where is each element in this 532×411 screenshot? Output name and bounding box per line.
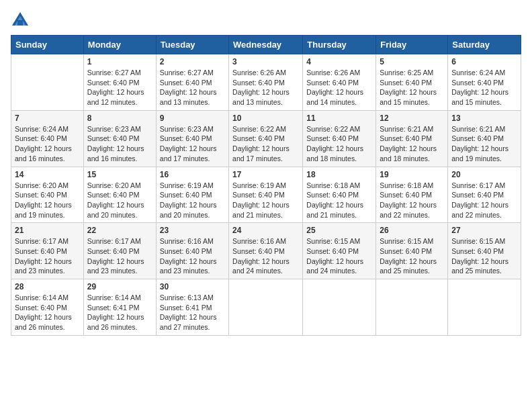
day-info: Sunrise: 6:20 AM Sunset: 6:40 PM Dayligh… [87,181,152,220]
calendar-cell: 26Sunrise: 6:15 AM Sunset: 6:40 PM Dayli… [376,223,448,279]
day-info: Sunrise: 6:17 AM Sunset: 6:40 PM Dayligh… [451,181,517,220]
day-info: Sunrise: 6:19 AM Sunset: 6:40 PM Dayligh… [160,181,225,220]
weekday-header-monday: Monday [83,36,156,54]
day-number: 30 [160,282,225,291]
calendar-cell: 11Sunrise: 6:22 AM Sunset: 6:40 PM Dayli… [303,110,376,167]
logo [11,11,32,30]
calendar-cell: 12Sunrise: 6:21 AM Sunset: 6:40 PM Dayli… [376,110,448,167]
calendar-week-row: 21Sunrise: 6:17 AM Sunset: 6:40 PM Dayli… [11,223,521,279]
calendar-cell: 8Sunrise: 6:23 AM Sunset: 6:40 PM Daylig… [83,110,156,167]
calendar-cell [448,279,521,336]
page-header [11,11,521,30]
day-number: 7 [15,113,80,123]
day-info: Sunrise: 6:16 AM Sunset: 6:40 PM Dayligh… [232,236,299,276]
day-number: 5 [380,57,444,66]
day-number: 25 [306,226,372,235]
weekday-header-row: SundayMondayTuesdayWednesdayThursdayFrid… [11,36,521,54]
day-info: Sunrise: 6:26 AM Sunset: 6:40 PM Dayligh… [306,68,372,107]
calendar-cell: 15Sunrise: 6:20 AM Sunset: 6:40 PM Dayli… [83,167,156,223]
day-info: Sunrise: 6:24 AM Sunset: 6:40 PM Dayligh… [451,68,517,107]
day-info: Sunrise: 6:20 AM Sunset: 6:40 PM Dayligh… [15,181,80,220]
calendar-week-row: 7Sunrise: 6:24 AM Sunset: 6:40 PM Daylig… [11,110,521,167]
weekday-header-thursday: Thursday [303,36,376,54]
day-number: 11 [306,113,372,123]
day-info: Sunrise: 6:26 AM Sunset: 6:40 PM Dayligh… [232,68,299,107]
day-number: 2 [160,57,225,66]
calendar-cell: 21Sunrise: 6:17 AM Sunset: 6:40 PM Dayli… [11,223,84,279]
calendar-cell: 13Sunrise: 6:21 AM Sunset: 6:40 PM Dayli… [448,110,521,167]
calendar-cell: 3Sunrise: 6:26 AM Sunset: 6:40 PM Daylig… [229,54,303,111]
day-info: Sunrise: 6:18 AM Sunset: 6:40 PM Dayligh… [380,181,444,220]
day-info: Sunrise: 6:23 AM Sunset: 6:40 PM Dayligh… [160,124,225,164]
weekday-header-saturday: Saturday [448,36,521,54]
day-number: 17 [232,170,299,179]
calendar-cell: 18Sunrise: 6:18 AM Sunset: 6:40 PM Dayli… [303,167,376,223]
day-info: Sunrise: 6:22 AM Sunset: 6:40 PM Dayligh… [232,124,299,164]
day-number: 22 [87,226,152,235]
logo-icon [11,11,30,30]
day-number: 26 [380,226,444,235]
day-info: Sunrise: 6:17 AM Sunset: 6:40 PM Dayligh… [87,236,152,276]
day-number: 15 [87,170,152,179]
calendar-cell: 29Sunrise: 6:14 AM Sunset: 6:41 PM Dayli… [83,279,156,336]
day-number: 18 [306,170,372,179]
calendar-cell: 24Sunrise: 6:16 AM Sunset: 6:40 PM Dayli… [229,223,303,279]
calendar-cell: 27Sunrise: 6:15 AM Sunset: 6:40 PM Dayli… [448,223,521,279]
day-info: Sunrise: 6:21 AM Sunset: 6:40 PM Dayligh… [451,124,517,164]
day-number: 9 [160,113,225,123]
calendar-cell [303,279,376,336]
calendar-cell [11,54,84,111]
calendar-cell: 25Sunrise: 6:15 AM Sunset: 6:40 PM Dayli… [303,223,376,279]
day-number: 3 [232,57,299,66]
day-info: Sunrise: 6:15 AM Sunset: 6:40 PM Dayligh… [380,236,444,276]
day-number: 28 [15,282,80,291]
day-info: Sunrise: 6:24 AM Sunset: 6:40 PM Dayligh… [15,124,80,164]
day-number: 14 [15,170,80,179]
calendar-week-row: 14Sunrise: 6:20 AM Sunset: 6:40 PM Dayli… [11,167,521,223]
calendar-cell: 2Sunrise: 6:27 AM Sunset: 6:40 PM Daylig… [156,54,228,111]
calendar-cell: 4Sunrise: 6:26 AM Sunset: 6:40 PM Daylig… [303,54,376,111]
weekday-header-friday: Friday [376,36,448,54]
day-info: Sunrise: 6:14 AM Sunset: 6:40 PM Dayligh… [15,293,80,332]
day-info: Sunrise: 6:14 AM Sunset: 6:41 PM Dayligh… [87,293,152,332]
calendar-cell: 22Sunrise: 6:17 AM Sunset: 6:40 PM Dayli… [83,223,156,279]
day-number: 10 [232,113,299,123]
calendar-cell: 14Sunrise: 6:20 AM Sunset: 6:40 PM Dayli… [11,167,84,223]
day-info: Sunrise: 6:27 AM Sunset: 6:40 PM Dayligh… [160,68,225,107]
day-number: 6 [451,57,517,66]
calendar-cell: 9Sunrise: 6:23 AM Sunset: 6:40 PM Daylig… [156,110,228,167]
day-number: 13 [451,113,517,123]
day-number: 12 [380,113,444,123]
calendar-week-row: 1Sunrise: 6:27 AM Sunset: 6:40 PM Daylig… [11,54,521,111]
day-info: Sunrise: 6:15 AM Sunset: 6:40 PM Dayligh… [451,236,517,276]
day-number: 23 [160,226,225,235]
calendar-table: SundayMondayTuesdayWednesdayThursdayFrid… [11,35,521,336]
calendar-cell: 30Sunrise: 6:13 AM Sunset: 6:41 PM Dayli… [156,279,228,336]
day-number: 27 [451,226,517,235]
calendar-cell: 10Sunrise: 6:22 AM Sunset: 6:40 PM Dayli… [229,110,303,167]
day-info: Sunrise: 6:23 AM Sunset: 6:40 PM Dayligh… [87,124,152,164]
day-info: Sunrise: 6:27 AM Sunset: 6:40 PM Dayligh… [87,68,152,107]
day-info: Sunrise: 6:17 AM Sunset: 6:40 PM Dayligh… [15,236,80,276]
calendar-cell: 28Sunrise: 6:14 AM Sunset: 6:40 PM Dayli… [11,279,84,336]
weekday-header-wednesday: Wednesday [229,36,303,54]
day-info: Sunrise: 6:22 AM Sunset: 6:40 PM Dayligh… [306,124,372,164]
day-number: 29 [87,282,152,291]
day-info: Sunrise: 6:25 AM Sunset: 6:40 PM Dayligh… [380,68,444,107]
day-number: 21 [15,226,80,235]
weekday-header-tuesday: Tuesday [156,36,228,54]
day-info: Sunrise: 6:18 AM Sunset: 6:40 PM Dayligh… [306,181,372,220]
calendar-cell: 16Sunrise: 6:19 AM Sunset: 6:40 PM Dayli… [156,167,228,223]
day-number: 4 [306,57,372,66]
day-number: 1 [87,57,152,66]
day-number: 8 [87,113,152,123]
calendar-cell [229,279,303,336]
day-number: 20 [451,170,517,179]
calendar-cell: 17Sunrise: 6:19 AM Sunset: 6:40 PM Dayli… [229,167,303,223]
day-number: 16 [160,170,225,179]
day-number: 24 [232,226,299,235]
day-info: Sunrise: 6:16 AM Sunset: 6:40 PM Dayligh… [160,236,225,276]
day-info: Sunrise: 6:19 AM Sunset: 6:40 PM Dayligh… [232,181,299,220]
calendar-cell: 6Sunrise: 6:24 AM Sunset: 6:40 PM Daylig… [448,54,521,111]
calendar-cell: 7Sunrise: 6:24 AM Sunset: 6:40 PM Daylig… [11,110,84,167]
